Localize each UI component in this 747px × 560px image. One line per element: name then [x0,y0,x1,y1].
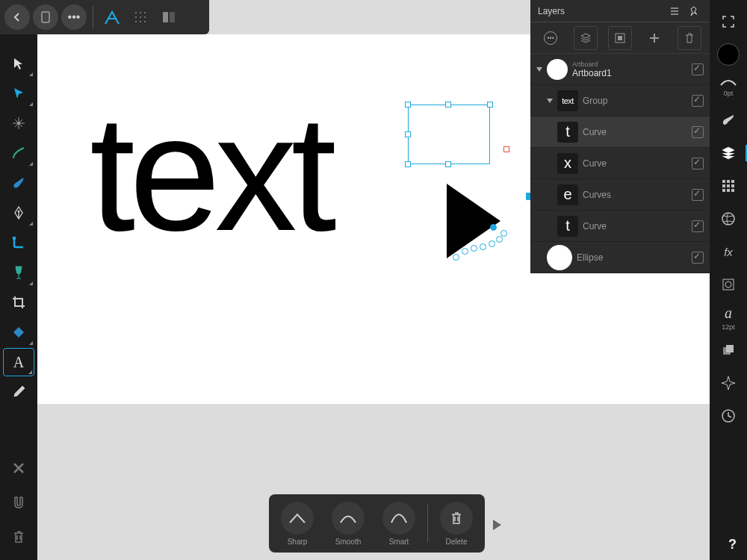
layers-delete-button[interactable] [678,26,701,50]
svg-point-9 [144,21,146,22]
smart-node-icon [389,511,409,525]
layer-name: Curves [583,190,687,200]
smooth-node-icon [338,511,358,525]
stroke-icon [719,78,737,88]
layers-mask-button[interactable] [608,26,632,50]
layers-studio-button[interactable] [713,139,743,167]
layer-hint: Artboard [572,60,687,68]
node-smart-button[interactable]: Smart [376,502,421,546]
layers-list-mode-icon[interactable] [666,3,683,19]
layers-add-button[interactable] [642,26,666,50]
visibility-checkbox[interactable] [692,95,704,107]
visibility-checkbox[interactable] [692,63,704,75]
brush-stroke-icon [721,113,736,128]
color-swatch-button[interactable] [713,40,743,69]
svg-point-3 [144,12,146,13]
crop-tool[interactable] [3,288,34,317]
trash-button[interactable] [3,523,34,551]
document-menu-button[interactable] [33,4,58,30]
shape-tool[interactable] [3,318,34,346]
node-smooth-button[interactable]: Smooth [326,502,371,546]
text-a-italic-icon: a [725,305,732,322]
pencil-tool[interactable] [3,139,34,167]
transform-studio-button[interactable] [713,369,743,397]
right-toolbar: 0pt fx a 12pt [710,0,747,560]
grid-icon [134,10,147,24]
layer-thumb-ellipse [547,245,572,270]
eyedropper-tool[interactable] [3,378,34,406]
layers-title: Layers [538,6,663,16]
layers-opts-button[interactable]: ••• [539,26,562,50]
svg-rect-0 [42,12,49,22]
layers-pin-icon[interactable] [686,3,702,19]
disclosure-triangle-icon[interactable] [536,67,542,72]
back-button[interactable] [4,4,30,30]
app-logo-icon[interactable] [99,4,125,30]
document-setup-button[interactable] [713,336,743,364]
svg-rect-24 [727,189,730,192]
layer-row-curve-t2[interactable]: t Curve [530,211,710,242]
layer-row-curve-x[interactable]: x Curve [530,148,710,179]
help-button[interactable]: ? [728,537,737,553]
svg-point-4 [135,16,137,18]
svg-point-1 [135,12,137,13]
corner-tool[interactable] [3,228,34,257]
context-expand-icon[interactable] [493,520,501,530]
point-transform-tool[interactable] [3,109,34,137]
node-delete-button[interactable]: Delete [434,502,479,546]
svg-rect-17 [722,180,725,183]
layer-name: Curve [583,221,687,231]
svg-rect-27 [723,279,734,290]
stroke-label: 0pt [724,90,734,97]
adjustments-button[interactable] [713,205,743,233]
move-tool[interactable] [3,49,34,78]
text-studio-button[interactable]: a 12pt [713,303,743,332]
deselect-button[interactable] [3,454,34,482]
layer-thumb: e [557,184,578,205]
snap-toggle[interactable] [3,488,34,517]
styles-button[interactable] [713,270,743,299]
layers-stack-button[interactable] [574,26,598,50]
stack-icon [580,32,592,44]
fx-button[interactable]: fx [713,237,743,266]
layer-row-curve-t[interactable]: t Curve [530,116,710,148]
layer-row-ellipse[interactable]: Ellipse [530,242,710,273]
stroke-width-button[interactable]: 0pt [713,73,743,102]
text-tool[interactable]: A [3,348,34,376]
visibility-checkbox[interactable] [692,220,704,232]
diamond-shape-icon [11,325,26,340]
node-tool[interactable] [3,79,34,108]
disclosure-triangle-icon[interactable] [547,99,553,103]
label: Smart [389,538,409,546]
history-button[interactable] [713,402,743,430]
layer-name: Curve [583,158,687,169]
svg-rect-23 [722,189,725,192]
layer-row-artboard[interactable]: Artboard Artboard1 [530,54,710,85]
brush-tool[interactable] [3,169,34,197]
fullscreen-button[interactable] [713,7,743,36]
canvas-text-object[interactable]: text [90,79,331,268]
star-compass-icon [721,376,736,391]
point-transform-icon [11,116,26,131]
fill-tool[interactable] [3,258,34,287]
brush-panel-button[interactable] [713,106,743,134]
visibility-checkbox[interactable] [692,158,704,169]
split-view-button[interactable] [156,4,182,30]
canvas-triangle-shape [447,184,500,258]
visibility-checkbox[interactable] [692,126,704,138]
divider [427,505,428,542]
brush-icon [11,175,26,190]
more-button[interactable]: ••• [61,4,87,30]
aperture-icon [721,211,736,226]
grid-studio-button[interactable] [713,172,743,200]
pen-tool[interactable] [3,199,34,227]
visibility-checkbox[interactable] [692,252,704,264]
layer-thumb: t [557,216,578,237]
visibility-checkbox[interactable] [692,189,704,201]
layer-row-curves-e[interactable]: e Curves [530,179,710,211]
ellipsis-circle-icon: ••• [544,31,557,45]
node-context-bar: Sharp Smooth Smart Delete [269,494,485,553]
node-sharp-button[interactable]: Sharp [275,502,320,546]
grid-toggle-button[interactable] [128,4,153,30]
layer-row-group[interactable]: text Group [530,85,710,116]
